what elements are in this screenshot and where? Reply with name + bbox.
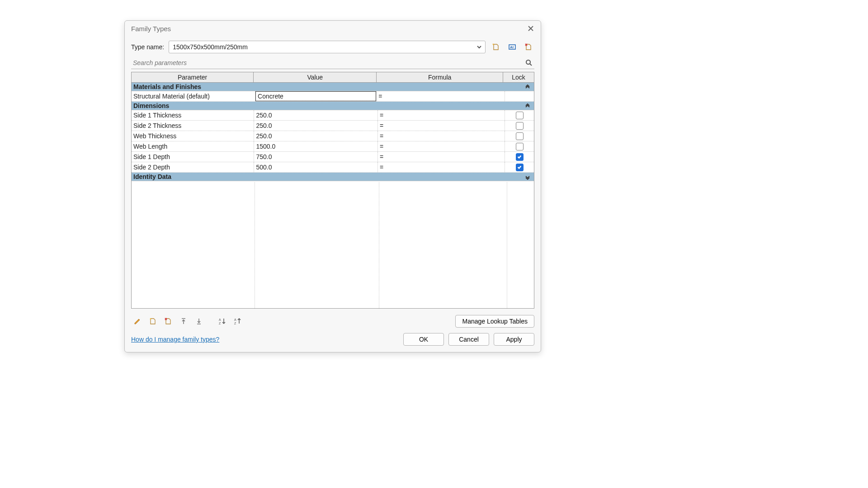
cancel-button[interactable]: Cancel <box>448 333 489 346</box>
delete-parameter-button[interactable] <box>162 315 175 328</box>
checkbox-icon <box>516 112 524 119</box>
help-link[interactable]: How do I manage family types? <box>131 336 219 343</box>
param-lock[interactable] <box>505 152 534 162</box>
table-body: Materials and Finishes Structural Materi… <box>132 83 534 308</box>
table-row: Side 1 Thickness 250.0 = <box>132 110 534 121</box>
param-name[interactable]: Structural Material (default) <box>132 91 255 101</box>
table-row: Side 2 Depth 500.0 = <box>132 162 534 173</box>
group-label: Identity Data <box>133 173 171 180</box>
family-types-dialog: Family Types Type name: 1500x750x500mm/2… <box>124 20 541 352</box>
svg-point-3 <box>526 60 530 64</box>
param-lock[interactable] <box>505 121 534 131</box>
svg-point-0 <box>493 44 494 45</box>
param-value[interactable]: 250.0 <box>254 110 377 120</box>
delete-type-button[interactable] <box>523 41 534 53</box>
param-value[interactable]: 250.0 <box>254 131 377 141</box>
apply-button[interactable]: Apply <box>494 333 534 346</box>
group-label: Dimensions <box>133 102 169 109</box>
move-down-icon <box>195 317 203 325</box>
sort-asc-icon: A Z <box>218 317 226 325</box>
param-formula[interactable]: = <box>378 162 505 172</box>
checkbox-checked-icon <box>516 153 524 161</box>
param-formula[interactable]: = <box>378 121 505 131</box>
svg-text:A: A <box>219 318 221 321</box>
search-icon[interactable] <box>524 59 533 66</box>
table-row: Side 2 Thickness 250.0 = <box>132 121 534 131</box>
param-name[interactable]: Web Thickness <box>132 131 254 141</box>
param-name[interactable]: Side 2 Depth <box>132 162 254 172</box>
empty-grid-area <box>132 182 534 308</box>
sort-desc-button[interactable]: A Z <box>231 315 244 328</box>
search-input[interactable] <box>132 59 524 67</box>
group-materials[interactable]: Materials and Finishes <box>132 83 534 91</box>
move-up-button[interactable] <box>177 315 190 328</box>
checkbox-icon <box>516 132 524 140</box>
manage-lookup-button[interactable]: Manage Lookup Tables <box>455 315 534 328</box>
param-name[interactable]: Side 1 Thickness <box>132 110 254 120</box>
svg-point-4 <box>150 319 151 320</box>
type-name-combo[interactable]: 1500x750x500mm/250mm <box>169 41 486 53</box>
rename-icon: AI <box>508 43 516 51</box>
table-row: Web Thickness 250.0 = <box>132 131 534 141</box>
type-name-value: 1500x750x500mm/250mm <box>173 43 475 51</box>
param-formula[interactable]: = <box>377 91 505 101</box>
param-value[interactable]: 750.0 <box>254 152 377 162</box>
param-formula[interactable]: = <box>378 152 505 162</box>
param-formula[interactable]: = <box>378 141 505 151</box>
sort-desc-icon: A Z <box>234 317 242 325</box>
param-toolbar: A Z A Z Manage Lookup Tables <box>125 312 541 330</box>
param-lock[interactable] <box>505 162 534 172</box>
delete-parameter-icon <box>164 317 172 325</box>
sort-asc-button[interactable]: A Z <box>216 315 229 328</box>
svg-text:Z: Z <box>234 322 236 325</box>
delete-type-icon <box>524 43 533 51</box>
param-formula[interactable]: = <box>378 110 505 120</box>
move-up-icon <box>179 317 188 325</box>
param-value[interactable]: 500.0 <box>254 162 377 172</box>
param-value[interactable]: Concrete <box>255 91 376 101</box>
col-formula[interactable]: Formula <box>377 72 503 82</box>
param-value-cell[interactable]: Concrete <box>255 91 377 101</box>
rename-type-button[interactable]: AI <box>506 41 518 53</box>
svg-text:Z: Z <box>219 322 221 325</box>
param-formula[interactable]: = <box>378 131 505 141</box>
group-dimensions[interactable]: Dimensions <box>132 102 534 110</box>
group-identity[interactable]: Identity Data <box>132 173 534 181</box>
type-name-row: Type name: 1500x750x500mm/250mm AI <box>125 36 541 58</box>
expand-icon <box>525 174 531 180</box>
param-name[interactable]: Side 2 Thickness <box>132 121 254 131</box>
close-icon <box>528 26 533 31</box>
close-button[interactable] <box>525 23 536 34</box>
dialog-title: Family Types <box>131 25 171 33</box>
table-row: Structural Material (default) Concrete = <box>132 91 534 102</box>
table-row: Web Length 1500.0 = <box>132 141 534 152</box>
checkbox-icon <box>516 122 524 130</box>
titlebar: Family Types <box>125 21 541 36</box>
param-lock[interactable] <box>505 110 534 120</box>
checkbox-icon <box>516 143 524 150</box>
new-type-button[interactable] <box>490 41 502 53</box>
param-name[interactable]: Web Length <box>132 141 254 151</box>
svg-text:A: A <box>234 318 236 321</box>
param-lock[interactable] <box>505 131 534 141</box>
ok-button[interactable]: OK <box>403 333 444 346</box>
param-value[interactable]: 250.0 <box>254 121 377 131</box>
move-down-button[interactable] <box>193 315 205 328</box>
param-name[interactable]: Side 1 Depth <box>132 152 254 162</box>
table-header: Parameter Value Formula Lock <box>132 72 534 83</box>
pencil-icon <box>133 317 142 325</box>
param-lock <box>505 91 534 101</box>
chevron-down-icon <box>475 45 483 49</box>
new-parameter-button[interactable] <box>146 315 159 328</box>
group-label: Materials and Finishes <box>133 83 201 90</box>
parameter-table: Parameter Value Formula Lock Materials a… <box>131 72 534 309</box>
edit-parameter-button[interactable] <box>131 315 144 328</box>
col-value[interactable]: Value <box>254 72 377 82</box>
param-lock[interactable] <box>505 141 534 151</box>
new-parameter-icon <box>149 317 157 325</box>
col-lock[interactable]: Lock <box>503 72 534 82</box>
new-type-icon <box>492 43 500 51</box>
param-value[interactable]: 1500.0 <box>254 141 377 151</box>
col-parameter[interactable]: Parameter <box>132 72 254 82</box>
checkbox-checked-icon <box>516 164 524 171</box>
